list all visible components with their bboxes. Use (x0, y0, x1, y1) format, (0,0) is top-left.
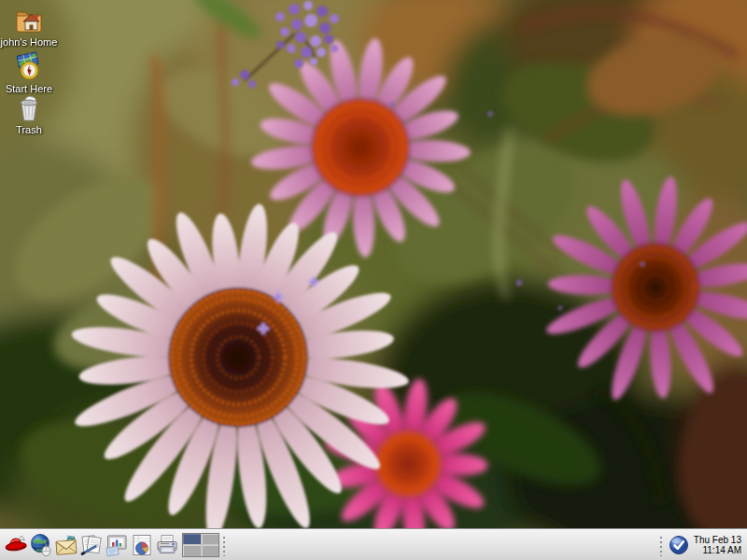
clock-date: Thu Feb 13 (693, 535, 741, 545)
desktop-icon-trash[interactable]: Trash (2, 91, 56, 135)
desktop-icon-start-here[interactable]: Start Here (2, 50, 56, 94)
main-menu-button[interactable] (3, 531, 28, 559)
print-manager-button[interactable] (154, 531, 179, 559)
spreadsheet-button[interactable] (129, 531, 154, 559)
trash-icon (13, 91, 45, 123)
home-folder-icon (13, 4, 45, 35)
desktop[interactable]: john's Home Start Here Trash (0, 0, 747, 560)
red-hat-menu-icon (4, 533, 28, 557)
workspace-1[interactable] (183, 534, 201, 545)
workspace-3[interactable] (183, 545, 201, 556)
update-check-icon (669, 535, 689, 555)
presentation-button[interactable] (104, 531, 129, 559)
desktop-icon-label: john's Home (1, 36, 58, 48)
spreadsheet-pie-icon (130, 533, 154, 557)
word-processor-button[interactable] (78, 531, 104, 559)
printer-icon (155, 533, 179, 557)
word-processor-icon (79, 533, 104, 557)
start-here-icon (13, 50, 45, 82)
applet-drag-handle[interactable] (221, 534, 228, 556)
web-browser-button[interactable] (28, 531, 53, 559)
presentation-icon (105, 533, 129, 557)
clock-applet[interactable]: Thu Feb 13 11:14 AM (693, 535, 743, 555)
email-button[interactable] (53, 531, 78, 559)
workspace-switcher[interactable] (182, 533, 219, 557)
clock-time: 11:14 AM (693, 545, 741, 555)
desktop-icon-home[interactable]: john's Home (2, 4, 56, 48)
bottom-panel: Thu Feb 13 11:14 AM (0, 528, 747, 560)
notification-area-handle[interactable] (658, 534, 665, 556)
desktop-icon-label: Trash (16, 124, 42, 135)
web-browser-globe-icon (29, 533, 53, 557)
wallpaper-coneflowers (0, 0, 747, 560)
workspace-2[interactable] (202, 534, 219, 545)
email-envelope-icon (54, 533, 78, 557)
workspace-4[interactable] (202, 545, 219, 556)
update-alert-button[interactable] (668, 534, 690, 556)
